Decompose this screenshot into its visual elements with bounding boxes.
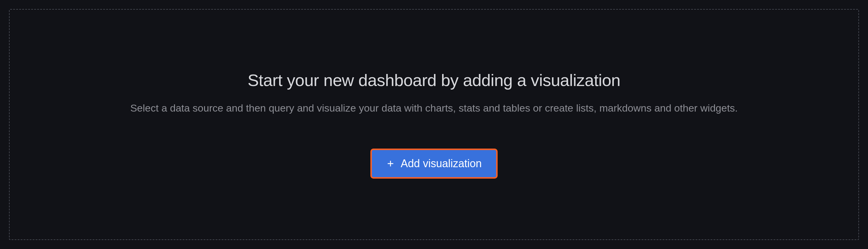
add-visualization-button[interactable]: Add visualization xyxy=(370,148,498,178)
plus-icon xyxy=(386,159,395,168)
empty-dashboard-panel: Start your new dashboard by adding a vis… xyxy=(9,9,859,240)
add-visualization-button-label: Add visualization xyxy=(401,157,482,170)
empty-state-description: Select a data source and then query and … xyxy=(130,101,738,115)
empty-state-title: Start your new dashboard by adding a vis… xyxy=(248,71,620,90)
